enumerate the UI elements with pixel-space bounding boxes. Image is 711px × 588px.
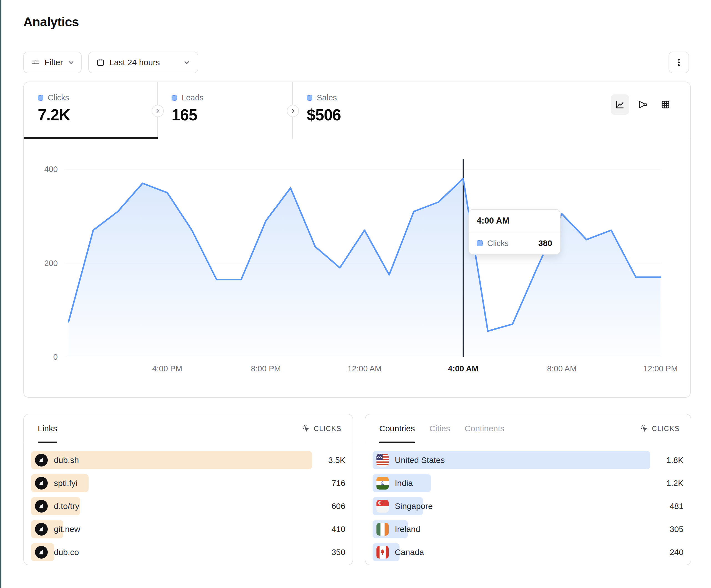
singapore-flag-icon xyxy=(376,500,389,513)
leads-label: Leads xyxy=(181,93,203,103)
dub-logo-icon xyxy=(35,546,48,559)
country-clicks-value: 1.2K xyxy=(666,478,684,488)
expand-clicks-chevron[interactable] xyxy=(152,105,164,117)
svg-text:400: 400 xyxy=(44,165,58,174)
country-clicks-value: 305 xyxy=(670,524,684,534)
chart-canvas[interactable]: 02004004:00 PM8:00 PM12:00 AM4:00 AM8:00… xyxy=(24,139,690,398)
ireland-flag-icon xyxy=(376,523,389,536)
tooltip-time: 4:00 AM xyxy=(469,210,560,232)
country-clicks-value: 481 xyxy=(670,501,684,511)
tab-countries[interactable]: Countries xyxy=(379,414,415,443)
geo-panel: Countries Cities Continents CLICKS xyxy=(365,414,691,565)
clicks-legend-square xyxy=(38,95,43,101)
link-row[interactable]: spti.fyi 716 xyxy=(31,474,345,492)
country-row[interactable]: Ireland 305 xyxy=(372,520,684,538)
sales-legend-square xyxy=(307,95,312,101)
clicks-time-series-chart[interactable]: 02004004:00 PM8:00 PM12:00 AM4:00 AM8:00… xyxy=(24,139,690,398)
country-label: Singapore xyxy=(395,501,433,511)
links-panel: Links CLICKS dub.sh xyxy=(23,414,353,565)
svg-text:4:00 PM: 4:00 PM xyxy=(152,364,182,373)
funnel-icon xyxy=(638,99,648,110)
links-tab-underline xyxy=(38,442,57,443)
line-chart-icon xyxy=(615,99,625,110)
leads-value: 165 xyxy=(172,106,292,124)
svg-text:0: 0 xyxy=(53,353,58,361)
clicks-value: 7.2K xyxy=(38,106,157,124)
tab-continents[interactable]: Continents xyxy=(465,414,504,443)
page-title: Analytics xyxy=(23,15,79,29)
link-row[interactable]: d.to/try 606 xyxy=(31,497,345,515)
table-view-button[interactable] xyxy=(656,94,675,115)
link-label: d.to/try xyxy=(54,501,80,511)
expand-leads-chevron[interactable] xyxy=(287,105,299,117)
links-rows: dub.sh 3.5K spti.fyi 716 d.to/try 606 xyxy=(24,443,352,561)
chevron-down-icon xyxy=(67,59,75,66)
dub-logo-icon xyxy=(35,523,48,536)
canada-flag-icon xyxy=(376,546,389,559)
geo-rows: United States 1.8K India 1.2K xyxy=(365,443,691,561)
country-row[interactable]: India 1.2K xyxy=(372,474,684,492)
link-row[interactable]: dub.sh 3.5K xyxy=(31,451,345,469)
dub-logo-icon xyxy=(35,454,48,467)
us-flag-icon xyxy=(376,454,389,467)
dub-logo-icon xyxy=(35,477,48,490)
tab-countries-label: Countries xyxy=(379,424,415,433)
filter-button[interactable]: Filter xyxy=(23,51,82,73)
tooltip-legend-square xyxy=(477,240,483,246)
tab-links[interactable]: Links xyxy=(38,414,57,443)
leads-legend-square xyxy=(172,95,177,101)
link-label: dub.sh xyxy=(54,455,79,465)
svg-text:8:00 PM: 8:00 PM xyxy=(251,364,281,373)
funnel-view-button[interactable] xyxy=(633,94,652,115)
country-label: India xyxy=(395,478,413,488)
countries-tab-underline xyxy=(379,442,415,443)
active-tab-underline xyxy=(24,137,158,139)
country-row[interactable]: Singapore 481 xyxy=(372,497,684,515)
svg-text:12:00 AM: 12:00 AM xyxy=(348,364,382,373)
country-label: Ireland xyxy=(395,524,420,534)
tab-cities[interactable]: Cities xyxy=(429,414,450,443)
links-metric-header[interactable]: CLICKS xyxy=(302,424,342,433)
link-clicks-value: 606 xyxy=(331,501,345,511)
cursor-click-icon xyxy=(302,424,310,433)
calendar-icon xyxy=(96,58,105,67)
country-row[interactable]: Canada 240 xyxy=(372,543,684,561)
analytics-page: Analytics Filter Last 24 hours xyxy=(0,0,711,588)
link-clicks-value: 410 xyxy=(331,524,345,534)
country-label: Canada xyxy=(395,547,424,557)
geo-metric-label: CLICKS xyxy=(652,424,680,433)
kebab-menu-icon xyxy=(675,58,683,67)
tooltip-value: 380 xyxy=(538,239,552,248)
link-row[interactable]: dub.co 350 xyxy=(31,543,345,561)
tab-cities-label: Cities xyxy=(429,424,450,433)
link-row[interactable]: git.new 410 xyxy=(31,520,345,538)
geo-metric-header[interactable]: CLICKS xyxy=(640,424,680,433)
country-row[interactable]: United States 1.8K xyxy=(372,451,684,469)
link-clicks-value: 716 xyxy=(331,478,345,488)
svg-text:4:00 AM: 4:00 AM xyxy=(448,364,478,373)
links-metric-label: CLICKS xyxy=(314,424,342,433)
tab-links-label: Links xyxy=(38,424,57,433)
filter-icon xyxy=(31,58,40,67)
country-label: United States xyxy=(395,455,445,465)
dub-logo-icon xyxy=(35,500,48,513)
link-clicks-value: 350 xyxy=(331,547,345,557)
clicks-label: Clicks xyxy=(48,93,69,103)
chevron-down-icon xyxy=(183,59,191,66)
svg-text:8:00 AM: 8:00 AM xyxy=(547,364,576,373)
more-options-button[interactable] xyxy=(669,51,689,73)
tab-leads[interactable]: Leads 165 xyxy=(158,82,293,139)
india-flag-icon xyxy=(376,477,389,490)
cursor-click-icon xyxy=(640,424,649,433)
grid-icon xyxy=(660,99,671,110)
line-chart-view-button[interactable] xyxy=(611,94,629,115)
link-clicks-value: 3.5K xyxy=(328,455,345,465)
tab-continents-label: Continents xyxy=(465,424,504,433)
date-range-button[interactable]: Last 24 hours xyxy=(88,51,198,73)
country-clicks-value: 1.8K xyxy=(666,455,684,465)
tooltip-series-label: Clicks xyxy=(487,239,509,248)
tab-clicks[interactable]: Clicks 7.2K xyxy=(24,82,158,139)
link-label: dub.co xyxy=(54,547,79,557)
date-range-label: Last 24 hours xyxy=(109,58,160,67)
chart-view-toggles xyxy=(611,94,675,115)
